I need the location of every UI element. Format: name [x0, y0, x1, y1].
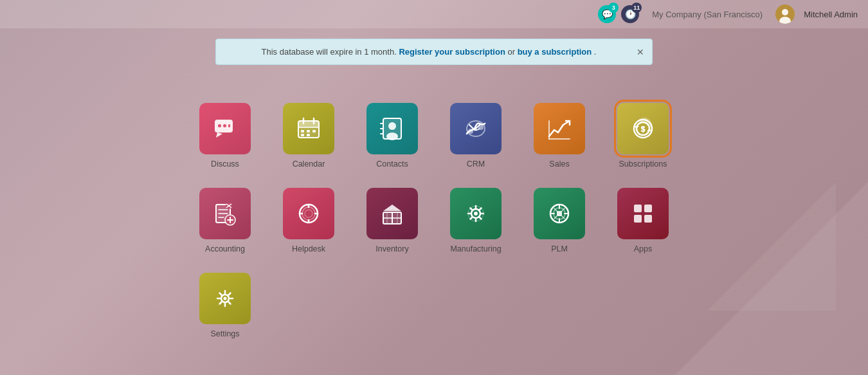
- app-manufacturing[interactable]: Manufacturing: [447, 188, 505, 253]
- svg-rect-14: [301, 130, 304, 133]
- svg-point-64: [474, 212, 478, 215]
- app-calendar[interactable]: Calendar: [280, 103, 338, 169]
- clock-icon[interactable]: 🕐 11: [621, 5, 639, 23]
- app-crm-label: CRM: [467, 160, 485, 169]
- app-sales[interactable]: Sales: [530, 103, 588, 169]
- svg-rect-7: [228, 124, 230, 127]
- app-settings-label: Settings: [210, 329, 239, 338]
- svg-marker-4: [216, 133, 222, 138]
- register-subscription-link[interactable]: Register your subscription: [399, 47, 505, 57]
- messages-badge: 3: [608, 3, 619, 13]
- app-manufacturing-label: Manufacturing: [450, 244, 501, 253]
- notification-mid: or: [507, 47, 517, 57]
- app-discuss-label: Discuss: [211, 160, 239, 169]
- notification-end: .: [594, 47, 597, 57]
- app-subscriptions-label: Subscriptions: [619, 160, 667, 169]
- svg-text:$: $: [641, 126, 645, 133]
- app-calendar-label: Calendar: [293, 160, 325, 169]
- app-helpdesk-label: Helpdesk: [292, 244, 325, 253]
- app-contacts[interactable]: Contacts: [363, 103, 421, 169]
- svg-point-51: [305, 210, 312, 217]
- notification-bar: This database will expire in 1 month. Re…: [215, 39, 653, 65]
- app-settings[interactable]: Settings: [196, 273, 254, 338]
- app-subscriptions[interactable]: $ $ Subscriptions: [614, 103, 672, 169]
- notification-close-button[interactable]: ✕: [637, 47, 644, 57]
- messages-icon[interactable]: 💬 3: [598, 5, 616, 23]
- top-navigation: 💬 3 🕐 11 My Company (San Francisco) Mitc…: [0, 0, 868, 28]
- clock-badge: 11: [631, 3, 642, 13]
- app-apps[interactable]: Apps: [614, 188, 672, 253]
- svg-rect-69: [634, 205, 642, 212]
- svg-point-21: [388, 122, 396, 130]
- app-sales-label: Sales: [549, 160, 569, 169]
- svg-point-74: [224, 297, 227, 300]
- svg-rect-68: [557, 211, 562, 216]
- company-name: My Company (San Francisco): [652, 10, 763, 19]
- svg-rect-9: [298, 121, 319, 127]
- svg-point-22: [386, 133, 398, 140]
- svg-rect-70: [644, 205, 652, 212]
- app-contacts-label: Contacts: [376, 160, 408, 169]
- svg-point-1: [782, 9, 788, 15]
- avatar[interactable]: [775, 5, 795, 24]
- svg-rect-6: [223, 124, 226, 127]
- app-accounting-label: Accounting: [205, 244, 245, 253]
- notification-text: This database will expire in 1 month.: [262, 47, 397, 57]
- app-crm[interactable]: CRM: [447, 103, 505, 169]
- app-accounting[interactable]: Accounting: [196, 188, 254, 253]
- app-inventory[interactable]: Inventory: [363, 188, 421, 253]
- app-helpdesk[interactable]: Helpdesk: [280, 188, 338, 253]
- app-plm[interactable]: PLM: [530, 188, 588, 253]
- app-apps-label: Apps: [634, 244, 653, 253]
- svg-point-50: [302, 207, 315, 220]
- svg-rect-5: [218, 124, 221, 127]
- app-grid: Discuss Calendar: [190, 103, 678, 338]
- svg-rect-16: [312, 130, 316, 133]
- svg-rect-15: [307, 130, 310, 133]
- nav-icons-group: 💬 3 🕐 11 My Company (San Francisco) Mitc…: [598, 5, 858, 24]
- svg-marker-58: [383, 205, 401, 211]
- app-plm-label: PLM: [551, 244, 568, 253]
- svg-rect-18: [307, 134, 310, 136]
- user-name: Mitchell Admin: [804, 10, 858, 19]
- app-discuss[interactable]: Discuss: [196, 103, 254, 169]
- buy-subscription-link[interactable]: buy a subscription: [518, 47, 592, 57]
- app-inventory-label: Inventory: [375, 244, 408, 253]
- svg-rect-72: [644, 215, 652, 223]
- svg-rect-17: [301, 134, 304, 136]
- svg-rect-71: [634, 215, 642, 223]
